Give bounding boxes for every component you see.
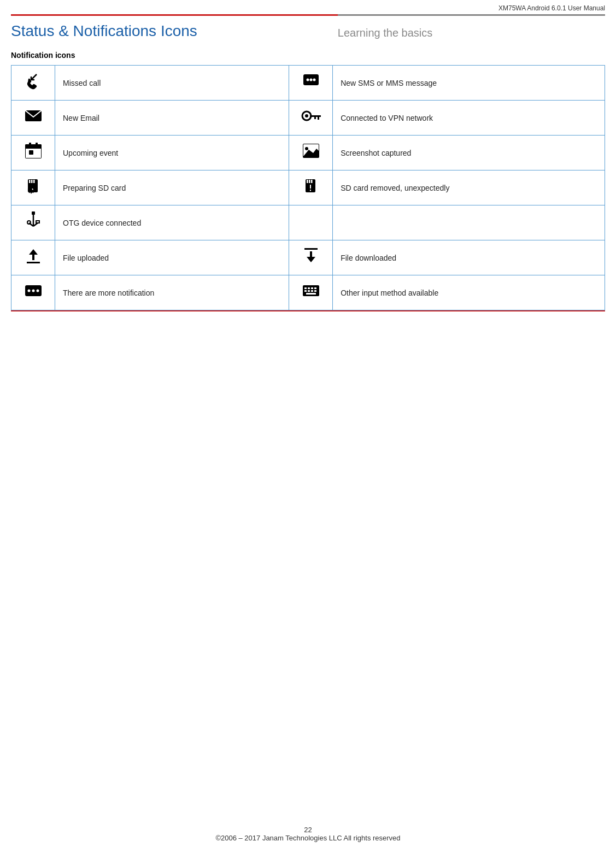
table-row: ⚙ Preparing SD card SD card removed, une… bbox=[11, 170, 605, 205]
svg-rect-51 bbox=[314, 287, 316, 289]
copyright: ©2006 – 2017 Janam Technologies LLC All … bbox=[0, 834, 616, 842]
svg-rect-9 bbox=[318, 117, 319, 120]
sdcard-prep-label: Preparing SD card bbox=[55, 170, 289, 205]
svg-point-44 bbox=[27, 290, 30, 292]
upload-icon bbox=[24, 246, 43, 266]
svg-rect-29 bbox=[309, 180, 310, 183]
otg-icon-cell bbox=[11, 205, 55, 240]
svg-point-37 bbox=[27, 221, 31, 224]
svg-point-7 bbox=[305, 114, 308, 117]
svg-point-4 bbox=[313, 79, 315, 81]
input-method-icon bbox=[301, 281, 321, 301]
vpn-label: Connected to VPN network bbox=[333, 101, 605, 136]
content-area: Notification icons Missed call bbox=[0, 51, 616, 310]
section-subtitle: Learning the basics bbox=[338, 22, 605, 39]
svg-marker-41 bbox=[307, 251, 315, 262]
svg-rect-14 bbox=[29, 143, 31, 146]
svg-rect-16 bbox=[29, 150, 33, 155]
download-label: File downloaded bbox=[333, 240, 605, 275]
doc-title: XM75WA Android 6.0.1 User Manual bbox=[498, 4, 605, 12]
missed-call-icon bbox=[24, 71, 43, 91]
empty-icon-cell bbox=[289, 205, 333, 240]
download-icon-cell bbox=[289, 240, 333, 275]
svg-rect-15 bbox=[36, 143, 38, 146]
svg-point-20 bbox=[305, 147, 308, 150]
more-notif-icon-cell bbox=[11, 275, 55, 310]
svg-rect-54 bbox=[311, 290, 313, 292]
svg-rect-30 bbox=[311, 180, 313, 183]
svg-rect-38 bbox=[32, 211, 35, 215]
svg-rect-56 bbox=[306, 293, 316, 295]
sdcard-prep-icon: ⚙ bbox=[24, 176, 43, 196]
svg-point-2 bbox=[306, 79, 309, 81]
input-method-label: Other input method available bbox=[333, 275, 605, 310]
svg-rect-49 bbox=[308, 287, 310, 289]
missed-call-icon-cell bbox=[11, 66, 55, 101]
svg-rect-48 bbox=[304, 287, 307, 289]
svg-rect-23 bbox=[31, 180, 33, 183]
upload-label: File uploaded bbox=[55, 240, 289, 275]
svg-rect-36 bbox=[36, 221, 39, 223]
sdcard-remove-label: SD card removed, unexpectedly bbox=[333, 170, 605, 205]
table-row: Missed call New SMS or MMS message bbox=[11, 66, 605, 101]
page-header-section: Status & Notifications Icons Learning th… bbox=[0, 16, 616, 51]
svg-rect-24 bbox=[33, 180, 35, 183]
sms-label: New SMS or MMS message bbox=[333, 66, 605, 101]
page-title: Status & Notifications Icons bbox=[11, 22, 338, 40]
top-rule-left bbox=[11, 14, 338, 16]
svg-text:⚙: ⚙ bbox=[27, 185, 36, 196]
footer-rule bbox=[11, 310, 605, 311]
sdcard-remove-icon-cell bbox=[289, 170, 333, 205]
table-row: New Email Connected to VPN network bbox=[11, 101, 605, 136]
svg-rect-22 bbox=[29, 180, 31, 183]
screenshot-label: Screenshot captured bbox=[333, 136, 605, 170]
svg-line-0 bbox=[31, 74, 37, 80]
more-notif-label: There are more notification bbox=[55, 275, 289, 310]
svg-rect-28 bbox=[307, 180, 308, 183]
notification-icons-table: Missed call New SMS or MMS message New E… bbox=[11, 65, 605, 310]
vpn-icon bbox=[299, 106, 323, 126]
sms-icon-cell bbox=[289, 66, 333, 101]
otg-icon bbox=[24, 211, 43, 231]
svg-rect-55 bbox=[314, 290, 316, 292]
upload-icon-cell bbox=[11, 240, 55, 275]
calendar-icon bbox=[24, 141, 43, 161]
svg-point-46 bbox=[36, 290, 39, 292]
svg-rect-31 bbox=[310, 185, 311, 189]
table-row: There are more notification Other input … bbox=[11, 275, 605, 310]
svg-rect-10 bbox=[314, 117, 316, 119]
svg-rect-50 bbox=[311, 287, 313, 289]
email-icon-cell bbox=[11, 101, 55, 136]
doc-title-header: XM75WA Android 6.0.1 User Manual bbox=[0, 0, 616, 14]
otg-label: OTG device connected bbox=[55, 205, 289, 240]
table-row: File uploaded File downloaded bbox=[11, 240, 605, 275]
sms-icon bbox=[301, 71, 321, 91]
screenshot-icon bbox=[301, 141, 321, 161]
table-row: OTG device connected bbox=[11, 205, 605, 240]
svg-point-3 bbox=[309, 79, 312, 81]
svg-rect-32 bbox=[310, 190, 311, 191]
svg-rect-8 bbox=[310, 115, 321, 117]
vpn-icon-cell bbox=[289, 101, 333, 136]
section-heading: Notification icons bbox=[11, 51, 605, 60]
empty-label bbox=[333, 205, 605, 240]
download-icon bbox=[301, 246, 321, 266]
page-number: 22 bbox=[0, 826, 616, 834]
top-rule bbox=[0, 14, 616, 16]
input-method-icon-cell bbox=[289, 275, 333, 310]
sdcard-prep-icon-cell: ⚙ bbox=[11, 170, 55, 205]
top-rule-right bbox=[338, 14, 605, 16]
screenshot-icon-cell bbox=[289, 136, 333, 170]
calendar-label: Upcoming event bbox=[55, 136, 289, 170]
page-footer: 22 ©2006 – 2017 Janam Technologies LLC A… bbox=[0, 826, 616, 842]
svg-marker-39 bbox=[29, 249, 38, 260]
calendar-icon-cell bbox=[11, 136, 55, 170]
svg-rect-52 bbox=[304, 290, 307, 292]
table-row: Upcoming event Screenshot captured bbox=[11, 136, 605, 170]
missed-call-label: Missed call bbox=[55, 66, 289, 101]
svg-point-45 bbox=[32, 290, 34, 292]
sdcard-remove-icon bbox=[301, 176, 321, 196]
svg-rect-42 bbox=[304, 248, 318, 250]
svg-rect-53 bbox=[308, 290, 310, 292]
email-label: New Email bbox=[55, 101, 289, 136]
